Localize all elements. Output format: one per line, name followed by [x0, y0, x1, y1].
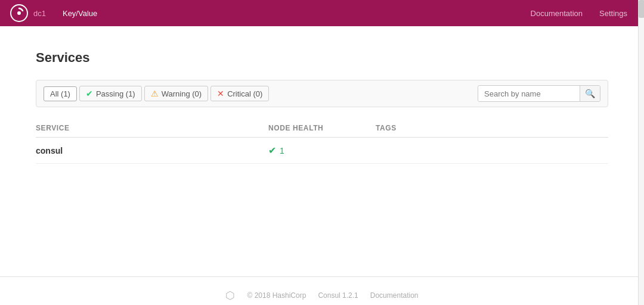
dc-label: dc1 [33, 9, 46, 18]
search-input[interactable] [478, 86, 580, 101]
nav-settings[interactable]: Settings [592, 0, 634, 26]
passing-icon: ✔ [86, 89, 93, 98]
filter-all-label: All (1) [50, 89, 70, 98]
search-button[interactable]: 🔍 [580, 86, 600, 101]
col-nodehealth: Node Health [268, 124, 376, 132]
filter-warning[interactable]: ⚠ Warning (0) [144, 86, 208, 101]
hashicorp-logo-icon: ⬡ [225, 289, 235, 302]
svg-point-1 [17, 11, 21, 15]
service-name[interactable]: consul [36, 146, 268, 155]
table-header: Service Node Health Tags [36, 119, 608, 138]
footer: ⬡ © 2018 HashiCorp Consul 1.2.1 Document… [0, 276, 644, 305]
header-left: dc1 Services Nodes Key/Value ACL Intenti… [10, 0, 104, 79]
consul-logo-icon [10, 4, 29, 23]
nav-acl[interactable]: ACL [55, 26, 104, 52]
critical-icon: ✕ [217, 89, 224, 98]
table-row: consul ✔ 1 [36, 138, 608, 164]
node-health-cell: ✔ 1 [268, 145, 376, 156]
main-header: dc1 Services Nodes Key/Value ACL Intenti… [0, 0, 644, 26]
footer-version: Consul 1.2.1 [318, 291, 358, 300]
filter-bar: All (1) ✔ Passing (1) ⚠ Warning (0) ✕ Cr… [36, 80, 608, 107]
logo-area: dc1 [10, 4, 48, 23]
search-area: 🔍 [478, 85, 600, 102]
filter-passing[interactable]: ✔ Passing (1) [79, 86, 142, 101]
warning-icon: ⚠ [151, 89, 159, 98]
header-right: Documentation Settings [524, 0, 634, 26]
page-title: Services [36, 50, 608, 66]
health-passing-icon: ✔ [268, 145, 276, 156]
nav-keyvalue[interactable]: Key/Value [55, 0, 104, 26]
footer-copyright: © 2018 HashiCorp [247, 291, 306, 300]
filter-passing-label: Passing (1) [96, 89, 135, 98]
filter-all[interactable]: All (1) [44, 86, 77, 101]
footer-doc-link[interactable]: Documentation [370, 291, 419, 300]
scrollbar-thumb[interactable] [639, 0, 644, 18]
search-icon: 🔍 [585, 89, 595, 98]
col-service: Service [36, 124, 268, 132]
filter-warning-label: Warning (0) [162, 89, 202, 98]
col-tags: Tags [376, 124, 608, 132]
main-nav: Services Nodes Key/Value ACL Intentions [55, 0, 104, 79]
nav-documentation[interactable]: Documentation [524, 0, 590, 26]
scrollbar-track[interactable] [638, 0, 644, 305]
filter-critical-label: Critical (0) [227, 89, 262, 98]
health-count: 1 [280, 146, 284, 155]
filter-buttons: All (1) ✔ Passing (1) ⚠ Warning (0) ✕ Cr… [44, 86, 269, 101]
filter-critical[interactable]: ✕ Critical (0) [210, 86, 269, 101]
